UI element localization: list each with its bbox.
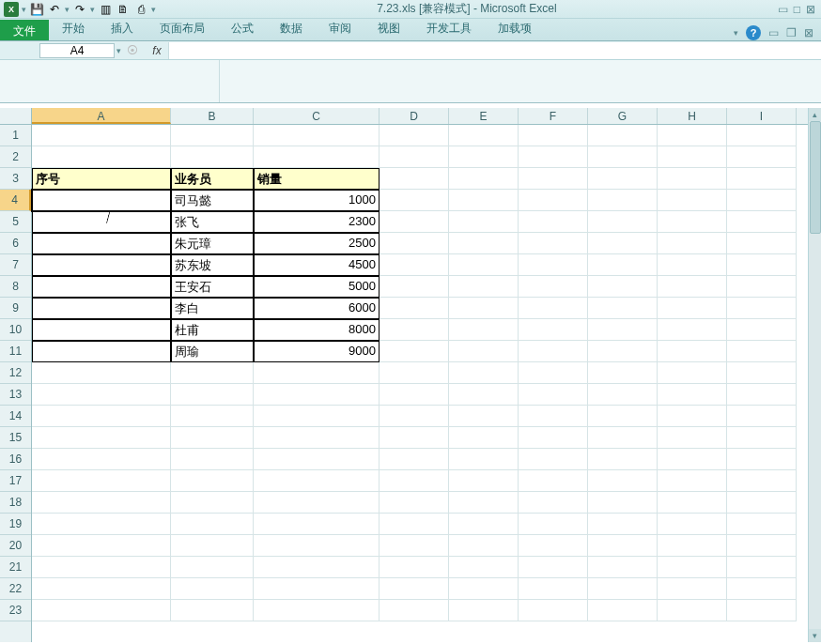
cell[interactable] (588, 384, 658, 406)
column-header[interactable]: E (449, 108, 519, 124)
cell[interactable] (32, 146, 171, 168)
cell[interactable] (658, 492, 727, 514)
cell[interactable] (380, 384, 449, 406)
cell[interactable] (519, 514, 588, 535)
cell[interactable] (519, 168, 588, 190)
cell[interactable] (32, 233, 171, 254)
cell[interactable] (380, 146, 449, 168)
cell[interactable] (727, 492, 797, 514)
cell[interactable] (727, 319, 797, 341)
maximize-button[interactable]: □ (794, 3, 800, 16)
cell[interactable] (380, 514, 449, 535)
cell[interactable] (380, 168, 449, 190)
cell[interactable] (519, 406, 588, 427)
cell[interactable] (588, 125, 658, 146)
cell[interactable] (727, 190, 797, 211)
cell[interactable] (254, 362, 380, 384)
cell[interactable] (254, 535, 380, 557)
row-header[interactable]: 12 (0, 362, 31, 384)
row-header[interactable]: 17 (0, 470, 31, 492)
cell[interactable] (519, 254, 588, 276)
cell[interactable]: 张飞 (171, 211, 254, 233)
cell[interactable] (32, 298, 171, 319)
cell[interactable] (171, 492, 254, 514)
cell[interactable] (449, 470, 519, 492)
cell[interactable] (171, 557, 254, 578)
cell[interactable] (588, 427, 658, 449)
name-box[interactable] (39, 43, 115, 58)
cell[interactable] (32, 254, 171, 276)
cell[interactable] (449, 492, 519, 514)
cell[interactable] (449, 427, 519, 449)
cell[interactable] (519, 492, 588, 514)
cell[interactable] (727, 470, 797, 492)
cell[interactable] (727, 427, 797, 449)
cell[interactable] (32, 514, 171, 535)
row-header[interactable]: 15 (0, 427, 31, 449)
cell[interactable] (727, 168, 797, 190)
cell[interactable] (254, 578, 380, 600)
cell[interactable] (658, 535, 727, 557)
cell[interactable] (32, 341, 171, 362)
ribbon-minimize-icon[interactable]: ▭ (768, 26, 779, 39)
cell[interactable] (658, 427, 727, 449)
cell[interactable] (727, 600, 797, 621)
cell[interactable] (727, 557, 797, 578)
row-header[interactable]: 23 (0, 600, 31, 621)
cell[interactable] (588, 298, 658, 319)
cell[interactable] (588, 190, 658, 211)
new-file-icon[interactable]: ▥ (98, 2, 113, 17)
cell[interactable] (658, 254, 727, 276)
cell[interactable] (380, 125, 449, 146)
cell[interactable] (588, 600, 658, 621)
open-file-icon[interactable]: 🗎 (116, 2, 131, 17)
cell[interactable] (380, 341, 449, 362)
cell[interactable] (588, 319, 658, 341)
cell[interactable] (727, 362, 797, 384)
ribbon-tab[interactable]: 插入 (98, 17, 147, 40)
row-header[interactable]: 1 (0, 125, 31, 146)
cell[interactable] (658, 362, 727, 384)
cell[interactable] (658, 125, 727, 146)
cell[interactable] (449, 449, 519, 470)
cell[interactable] (32, 557, 171, 578)
cell[interactable] (254, 600, 380, 621)
cell[interactable] (588, 341, 658, 362)
cell[interactable] (727, 146, 797, 168)
cell[interactable] (32, 211, 171, 233)
cell[interactable] (658, 470, 727, 492)
cell[interactable] (449, 535, 519, 557)
cell[interactable] (519, 449, 588, 470)
cell[interactable] (380, 362, 449, 384)
cell[interactable]: 司马懿 (171, 190, 254, 211)
cell[interactable] (519, 578, 588, 600)
cell[interactable]: 4500 (254, 254, 380, 276)
minimize-button[interactable]: ▭ (778, 3, 788, 16)
save-icon[interactable]: 💾 (29, 2, 44, 17)
cell[interactable] (171, 384, 254, 406)
scroll-up-icon[interactable]: ▴ (809, 108, 821, 121)
cell[interactable] (171, 578, 254, 600)
row-header[interactable]: 22 (0, 578, 31, 600)
quick-print-icon[interactable]: ⎙ (133, 2, 148, 17)
close-button[interactable]: ⊠ (806, 3, 815, 16)
column-header[interactable]: C (254, 108, 380, 124)
undo-icon[interactable]: ↶ (47, 2, 62, 17)
cell[interactable] (519, 600, 588, 621)
cell[interactable]: 王安石 (171, 276, 254, 298)
cell[interactable] (380, 254, 449, 276)
cell[interactable] (32, 319, 171, 341)
ribbon-tab[interactable]: 开发工具 (413, 17, 485, 40)
cell[interactable] (658, 384, 727, 406)
cell[interactable] (380, 298, 449, 319)
cell[interactable] (380, 190, 449, 211)
cell[interactable] (449, 514, 519, 535)
cell[interactable] (254, 125, 380, 146)
cell[interactable] (32, 190, 171, 211)
cell[interactable] (588, 557, 658, 578)
formula-input[interactable] (168, 42, 821, 59)
cell[interactable] (32, 125, 171, 146)
cell[interactable] (658, 578, 727, 600)
row-header[interactable]: 9 (0, 298, 31, 319)
cell[interactable] (727, 514, 797, 535)
